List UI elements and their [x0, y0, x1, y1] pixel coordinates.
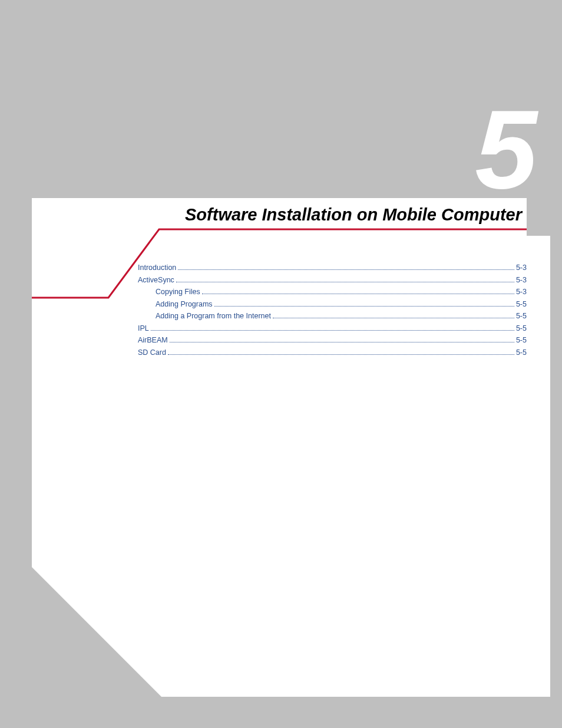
table-of-contents: Introduction5-3ActiveSync5-3Copying File…: [138, 263, 527, 360]
toc-label: SD Card: [138, 348, 166, 358]
svg-marker-0: [32, 567, 161, 697]
page: 5 Software Installation on Mobile Comput…: [32, 28, 550, 697]
toc-leader-dots: [214, 301, 514, 307]
toc-entry[interactable]: Adding a Program from the Internet5-5: [138, 311, 527, 322]
toc-entry[interactable]: Adding Programs5-5: [138, 299, 527, 310]
toc-page-number: 5-3: [516, 287, 527, 298]
toc-entry[interactable]: Copying Files5-3: [138, 287, 527, 298]
toc-label: IPL: [138, 324, 149, 334]
toc-label: Copying Files: [156, 287, 200, 298]
toc-entry[interactable]: AirBEAM5-5: [138, 335, 527, 346]
toc-page-number: 5-5: [516, 348, 527, 358]
toc-leader-dots: [273, 313, 514, 318]
toc-page-number: 5-5: [516, 335, 527, 346]
toc-page-number: 5-3: [516, 263, 527, 274]
toc-leader-dots: [168, 350, 514, 355]
toc-leader-dots: [170, 337, 514, 342]
toc-page-number: 5-3: [516, 275, 527, 286]
toc-label: ActiveSync: [138, 275, 174, 286]
toc-leader-dots: [202, 289, 514, 294]
toc-page-number: 5-5: [516, 324, 527, 334]
toc-entry[interactable]: IPL5-5: [138, 324, 527, 334]
toc-entry[interactable]: Introduction5-3: [138, 263, 527, 274]
footer-gray-triangle: [32, 567, 161, 697]
toc-leader-dots: [151, 325, 514, 331]
toc-leader-dots: [178, 265, 514, 270]
toc-label: Adding Programs: [156, 299, 213, 310]
toc-label: Introduction: [138, 263, 176, 274]
toc-label: AirBEAM: [138, 335, 168, 346]
toc-entry[interactable]: ActiveSync5-3: [138, 275, 527, 286]
toc-leader-dots: [176, 277, 514, 282]
toc-page-number: 5-5: [516, 311, 527, 322]
toc-page-number: 5-5: [516, 299, 527, 310]
toc-label: Adding a Program from the Internet: [156, 311, 271, 322]
toc-entry[interactable]: SD Card5-5: [138, 348, 527, 358]
